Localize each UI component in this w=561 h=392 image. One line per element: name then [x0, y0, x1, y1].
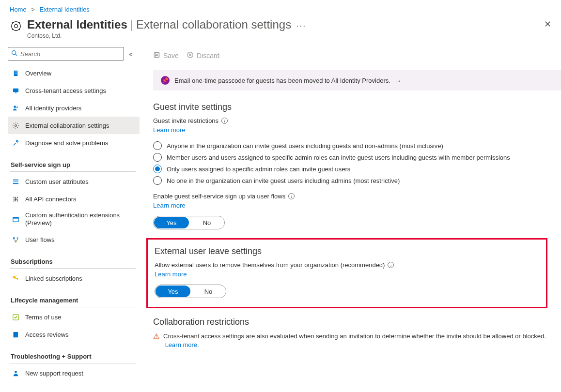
- page-title: External Identities: [27, 18, 127, 31]
- discard-button[interactable]: Discard: [187, 51, 219, 60]
- close-icon: ✕: [544, 19, 551, 29]
- sidebar-item-linked-subscriptions[interactable]: Linked subscriptions: [8, 270, 140, 287]
- sidebar-item-label: External collaboration settings: [25, 122, 109, 129]
- info-banner-text: Email one-time passcode for guests has b…: [174, 77, 390, 84]
- save-button[interactable]: Save: [153, 51, 179, 60]
- radio-option-admins-only[interactable]: Only users assigned to specific admin ro…: [153, 165, 561, 173]
- svg-rect-27: [13, 332, 14, 337]
- svg-point-19: [13, 237, 15, 239]
- more-icon[interactable]: ···: [296, 21, 306, 31]
- sidebar-item-cross-tenant[interactable]: Cross-tenant access settings: [8, 82, 140, 99]
- arrow-right-icon: →: [394, 76, 402, 85]
- learn-more-link[interactable]: Learn more: [153, 126, 185, 134]
- svg-rect-29: [154, 52, 159, 57]
- svg-point-12: [16, 106, 18, 108]
- sidebar-item-label: User flows: [25, 236, 55, 243]
- toggle-no: No: [189, 216, 224, 229]
- svg-rect-5: [15, 71, 15, 72]
- sidebar-item-label: Access reviews: [25, 331, 69, 338]
- external-leave-label: Allow external users to remove themselve…: [155, 261, 539, 269]
- sidebar-item-external-collab-settings[interactable]: External collaboration settings: [8, 117, 140, 134]
- sidebar-item-overview[interactable]: Overview: [8, 64, 140, 82]
- sidebar-item-label: Linked subscriptions: [25, 275, 82, 282]
- sidebar-section-self-service: Self-service sign up: [11, 161, 140, 168]
- breadcrumb-separator: >: [31, 6, 35, 13]
- learn-more-link[interactable]: Learn more.: [165, 341, 199, 348]
- info-banner[interactable]: 📌 Email one-time passcode for guests has…: [153, 70, 561, 90]
- info-icon[interactable]: i: [388, 262, 394, 268]
- search-input[interactable]: [20, 50, 121, 58]
- sidebar-item-label: All API connectors: [25, 196, 77, 203]
- collab-restrictions-warning: ⚠ Cross-tenant access settings are also …: [153, 332, 561, 349]
- external-leave-heading: External user leave settings: [155, 246, 539, 256]
- sidebar-item-custom-user-attrs[interactable]: Custom user attributes: [8, 173, 140, 190]
- svg-rect-30: [156, 52, 158, 54]
- sidebar-item-label: Cross-tenant access settings: [25, 87, 106, 94]
- radio-option-members[interactable]: Member users and users assigned to speci…: [153, 153, 561, 162]
- building-icon: [12, 69, 19, 77]
- sidebar-item-custom-auth-ext[interactable]: Custom authentication extensions (Previe…: [8, 208, 140, 231]
- search-box[interactable]: [8, 47, 124, 60]
- sidebar-item-label: All identity providers: [25, 105, 81, 112]
- svg-rect-23: [15, 278, 18, 279]
- org-name: Contoso, Ltd.: [27, 32, 306, 39]
- radio-icon: [153, 141, 162, 150]
- svg-rect-16: [13, 183, 18, 184]
- sidebar-section-troubleshooting: Troubleshooting + Support: [11, 353, 140, 360]
- sidebar-item-label: New support request: [25, 370, 83, 377]
- self-service-toggle[interactable]: Yes No: [153, 216, 225, 229]
- svg-point-11: [14, 106, 16, 108]
- info-icon[interactable]: i: [288, 193, 295, 199]
- svg-rect-4: [14, 70, 17, 75]
- svg-rect-6: [16, 71, 16, 72]
- radio-icon: [153, 176, 162, 185]
- people-icon: [12, 104, 19, 112]
- learn-more-link[interactable]: Learn more: [155, 271, 187, 278]
- sidebar-item-api-connectors[interactable]: All API connectors: [8, 190, 140, 208]
- learn-more-link[interactable]: Learn more: [153, 202, 185, 209]
- sidebar-item-diagnose[interactable]: Diagnose and solve problems: [8, 134, 140, 151]
- svg-point-1: [12, 22, 20, 30]
- check-icon: [12, 313, 19, 321]
- command-bar: Save Discard: [153, 47, 561, 64]
- sidebar-section-lifecycle: Lifecycle management: [11, 297, 140, 304]
- sidebar-item-label: Diagnose and solve problems: [25, 139, 108, 147]
- list-icon: [12, 178, 19, 185]
- window-icon: [12, 215, 19, 223]
- person-headset-icon: [12, 369, 19, 377]
- svg-rect-8: [16, 73, 16, 73]
- svg-rect-24: [17, 279, 18, 280]
- toggle-yes: Yes: [154, 217, 189, 228]
- info-icon[interactable]: i: [221, 118, 228, 124]
- gear-icon: [12, 121, 19, 129]
- sidebar-item-terms-of-use[interactable]: Terms of use: [8, 308, 140, 326]
- radio-option-anyone[interactable]: Anyone in the organization can invite gu…: [153, 141, 561, 150]
- svg-point-21: [15, 241, 16, 242]
- breadcrumb: Home > External Identities: [0, 0, 561, 16]
- section-divider: [10, 363, 136, 363]
- toggle-yes: Yes: [156, 286, 190, 297]
- section-divider: [10, 171, 136, 172]
- sidebar-item-label: Custom user attributes: [25, 178, 89, 185]
- breadcrumb-current[interactable]: External Identities: [40, 6, 90, 13]
- collapse-sidebar-icon[interactable]: «: [129, 50, 132, 58]
- sidebar-item-new-support-request[interactable]: New support request: [8, 364, 140, 382]
- guest-invite-restrictions-label: Guest invite restrictions i: [153, 117, 561, 124]
- toggle-no: No: [191, 285, 226, 298]
- svg-point-2: [12, 51, 16, 55]
- svg-rect-14: [13, 179, 18, 180]
- sidebar: « Overview Cross-tenant access settings …: [0, 47, 140, 392]
- external-leave-toggle[interactable]: Yes No: [155, 285, 226, 298]
- sidebar-item-access-reviews[interactable]: Access reviews: [8, 326, 140, 343]
- close-button[interactable]: ✕: [544, 19, 551, 30]
- external-leave-highlight: External user leave settings Allow exter…: [146, 238, 547, 308]
- sidebar-item-user-flows[interactable]: User flows: [8, 231, 140, 248]
- page-header: External Identities | External collabora…: [0, 16, 561, 47]
- search-icon: [11, 50, 17, 58]
- radio-option-no-one[interactable]: No one in the organization can invite gu…: [153, 176, 561, 185]
- save-label: Save: [163, 52, 179, 60]
- key-icon: [12, 274, 19, 282]
- save-icon: [153, 51, 160, 60]
- sidebar-item-all-identity-providers[interactable]: All identity providers: [8, 99, 140, 117]
- breadcrumb-home[interactable]: Home: [10, 6, 27, 13]
